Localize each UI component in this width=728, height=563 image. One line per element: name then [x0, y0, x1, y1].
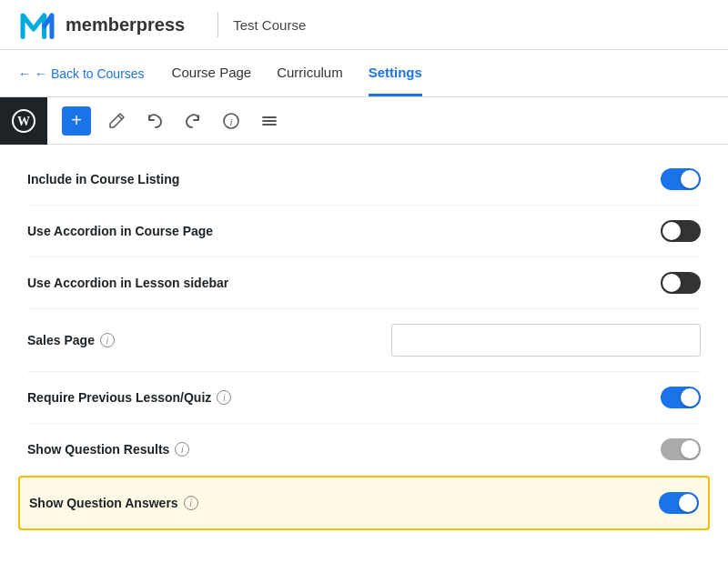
settings-content: Include in Course Listing Use Accordion …: [0, 145, 728, 539]
nav-area: ← ← Back to Courses Course Page Curricul…: [0, 50, 728, 97]
setting-row-show-answers: Show Question Answers i: [18, 476, 710, 530]
sales-page-label: Sales Page i: [27, 333, 115, 347]
editor-toolbar: W + i: [0, 97, 728, 145]
accordion-lesson-toggle[interactable]: [661, 272, 701, 294]
tab-course-page[interactable]: Course Page: [172, 50, 252, 96]
undo-icon: [146, 112, 164, 130]
setting-row-sales-page: Sales Page i: [27, 309, 701, 372]
app-header: memberpress Test Course: [0, 0, 728, 50]
info-button[interactable]: i: [218, 108, 244, 134]
info-icon: i: [222, 112, 240, 130]
add-block-button[interactable]: +: [62, 106, 91, 136]
setting-row-show-results: Show Question Results i: [27, 424, 701, 476]
svg-text:i: i: [229, 116, 232, 126]
accordion-course-toggle[interactable]: [661, 220, 701, 242]
setting-row-accordion-lesson: Use Accordion in Lesson sidebar: [27, 257, 701, 309]
svg-text:W: W: [17, 115, 30, 128]
show-answers-toggle[interactable]: [659, 492, 699, 514]
header-divider: [217, 12, 218, 37]
wp-icon-box: W: [0, 97, 47, 145]
require-previous-label: Require Previous Lesson/Quiz i: [27, 390, 231, 405]
show-results-label: Show Question Results i: [27, 442, 189, 457]
list-view-button[interactable]: [257, 108, 282, 134]
tab-bar: Course Page Curriculum Settings: [172, 50, 422, 96]
back-label: ← Back to Courses: [35, 66, 145, 81]
tab-settings[interactable]: Settings: [369, 50, 422, 96]
plus-icon: +: [71, 110, 82, 131]
show-results-info-icon[interactable]: i: [175, 442, 189, 457]
toolbar-actions: + i: [47, 106, 297, 136]
back-arrow-icon: ←: [18, 66, 31, 81]
pencil-icon: [107, 112, 126, 130]
include-listing-toggle[interactable]: [661, 168, 701, 190]
setting-row-accordion-course: Use Accordion in Course Page: [27, 206, 701, 257]
undo-button[interactable]: [142, 108, 167, 134]
course-title: Test Course: [233, 17, 306, 33]
accordion-lesson-label: Use Accordion in Lesson sidebar: [27, 276, 228, 290]
brand-name: memberpress: [66, 15, 185, 35]
require-previous-toggle[interactable]: [661, 387, 701, 408]
setting-row-include-listing: Include in Course Listing: [27, 154, 701, 206]
show-answers-label: Show Question Answers i: [29, 496, 198, 510]
setting-row-require-previous: Require Previous Lesson/Quiz i: [27, 372, 701, 424]
include-listing-label: Include in Course Listing: [27, 172, 179, 186]
accordion-course-label: Use Accordion in Course Page: [27, 224, 213, 238]
sales-page-input[interactable]: [391, 324, 701, 357]
back-to-courses-link[interactable]: ← ← Back to Courses: [18, 66, 145, 81]
memberpress-logo: [18, 7, 56, 42]
require-previous-info-icon[interactable]: i: [217, 390, 231, 405]
tab-curriculum[interactable]: Curriculum: [277, 50, 343, 96]
edit-button[interactable]: [104, 108, 129, 134]
sales-page-info-icon[interactable]: i: [100, 333, 115, 347]
list-icon: [260, 112, 278, 130]
redo-icon: [184, 112, 202, 130]
show-results-toggle[interactable]: [661, 438, 701, 460]
wordpress-icon: W: [12, 109, 35, 133]
show-answers-info-icon[interactable]: i: [184, 496, 198, 510]
redo-button[interactable]: [180, 108, 206, 134]
logo-area: memberpress: [18, 7, 185, 42]
